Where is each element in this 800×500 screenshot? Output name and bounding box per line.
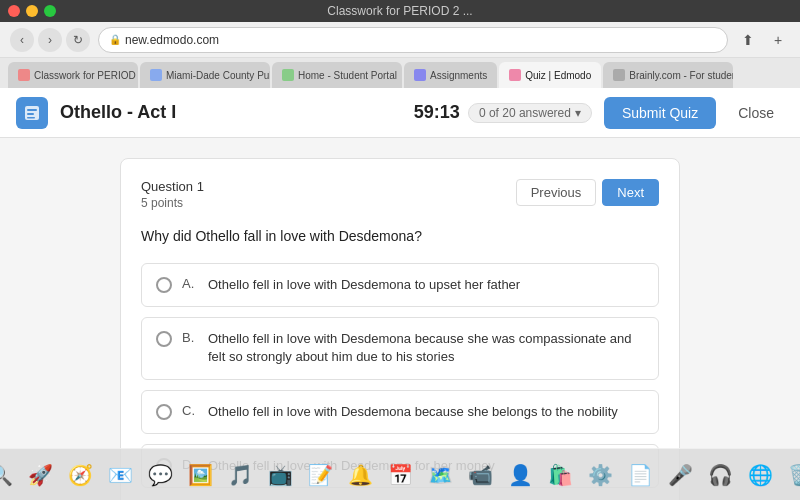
tab-label-miami: Miami-Dade County Public Sch... [166,70,270,81]
lock-icon: 🔒 [109,34,121,45]
tab-favicon-home [282,69,294,81]
option-text-c: Othello fell in love with Desdemona beca… [208,403,618,421]
tab-classwork[interactable]: Classwork for PERIOD 2 [8,62,138,88]
answer-option-a[interactable]: A. Othello fell in love with Desdemona t… [141,263,659,307]
forward-button[interactable]: › [38,28,62,52]
dock-settings[interactable]: ⚙️ [582,457,618,493]
back-button[interactable]: ‹ [10,28,34,52]
dock-mail[interactable]: 📧 [102,457,138,493]
question-text: Why did Othello fall in love with Desdem… [141,226,659,247]
address-text: new.edmodo.com [125,33,219,47]
svg-rect-1 [27,109,37,111]
chevron-down-icon: ▾ [575,106,581,120]
tab-label-quiz: Quiz | Edmodo [525,70,591,81]
tab-brainly[interactable]: Brainly.com - For students. By... [603,62,733,88]
dock: 🔍 🚀 🧭 📧 💬 🖼️ 🎵 📺 📝 🔔 📅 🗺️ 📹 👤 🛍️ ⚙️ 📄 🎤 … [0,448,800,500]
title-bar: Classwork for PERIOD 2 ... [0,0,800,22]
dock-finder[interactable]: 🔍 [0,457,18,493]
tab-label-classwork: Classwork for PERIOD 2 [34,70,138,81]
dock-word[interactable]: 📄 [622,457,658,493]
tab-favicon-brainly [613,69,625,81]
minimize-window-button[interactable] [26,5,38,17]
option-text-a: Othello fell in love with Desdemona to u… [208,276,520,294]
nav-buttons-group: ‹ › ↻ [10,28,90,52]
dock-launchpad[interactable]: 🚀 [22,457,58,493]
tab-favicon-classwork [18,69,30,81]
question-number: Question 1 [141,179,204,194]
dock-notes[interactable]: 📝 [302,457,338,493]
option-letter-c: C. [182,403,198,418]
close-window-button[interactable] [8,5,20,17]
answered-text: 0 of 20 answered [479,106,571,120]
tab-bar: Classwork for PERIOD 2 Miami-Dade County… [0,58,800,88]
browser-actions: ⬆ + [736,28,790,52]
dock-maps[interactable]: 🗺️ [422,457,458,493]
tab-favicon-quiz [509,69,521,81]
tab-label-home: Home - Student Portal [298,70,397,81]
question-nav: Question 1 5 points Previous Next [141,179,659,210]
share-button[interactable]: ⬆ [736,28,760,52]
traffic-lights [8,5,56,17]
option-letter-b: B. [182,330,198,345]
dock-messages[interactable]: 💬 [142,457,178,493]
dock-appstore[interactable]: 🛍️ [542,457,578,493]
dock-calendar[interactable]: 📅 [382,457,418,493]
window-title: Classwork for PERIOD 2 ... [327,4,472,18]
tab-label-assignments: Assignments [430,70,487,81]
svg-rect-3 [27,117,35,119]
tab-favicon-assignments [414,69,426,81]
maximize-window-button[interactable] [44,5,56,17]
dock-reminders[interactable]: 🔔 [342,457,378,493]
previous-button[interactable]: Previous [516,179,597,206]
radio-a[interactable] [156,277,172,293]
dock-trash[interactable]: 🗑️ [782,457,800,493]
quiz-logo [16,97,48,129]
submit-quiz-button[interactable]: Submit Quiz [604,97,716,129]
close-quiz-button[interactable]: Close [728,99,784,127]
dock-spotify[interactable]: 🎧 [702,457,738,493]
answer-option-b[interactable]: B. Othello fell in love with Desdemona b… [141,317,659,379]
dock-facetime[interactable]: 📹 [462,457,498,493]
address-bar[interactable]: 🔒 new.edmodo.com [98,27,728,53]
timer-group: 59:13 0 of 20 answered ▾ [414,102,592,123]
browser-chrome: ‹ › ↻ 🔒 new.edmodo.com ⬆ + [0,22,800,58]
dock-safari[interactable]: 🧭 [62,457,98,493]
option-letter-a: A. [182,276,198,291]
dock-music[interactable]: 🎵 [222,457,258,493]
option-text-b: Othello fell in love with Desdemona beca… [208,330,644,366]
answer-option-c[interactable]: C. Othello fell in love with Desdemona b… [141,390,659,434]
refresh-button[interactable]: ↻ [66,28,90,52]
quiz-title: Othello - Act I [60,102,402,123]
dock-zoom[interactable]: 🎤 [662,457,698,493]
question-nav-buttons: Previous Next [516,179,659,206]
dock-tv[interactable]: 📺 [262,457,298,493]
answered-badge[interactable]: 0 of 20 answered ▾ [468,103,592,123]
page-content: Othello - Act I 59:13 0 of 20 answered ▾… [0,88,800,500]
quiz-timer: 59:13 [414,102,460,123]
tab-home[interactable]: Home - Student Portal [272,62,402,88]
tab-assignments[interactable]: Assignments [404,62,497,88]
dock-contacts[interactable]: 👤 [502,457,538,493]
svg-rect-2 [27,113,34,115]
question-points: 5 points [141,196,204,210]
dock-chrome[interactable]: 🌐 [742,457,778,493]
quiz-header: Othello - Act I 59:13 0 of 20 answered ▾… [0,88,800,138]
quiz-body: Question 1 5 points Previous Next Why di… [0,138,800,500]
tab-miami[interactable]: Miami-Dade County Public Sch... [140,62,270,88]
tab-favicon-miami [150,69,162,81]
dock-photos[interactable]: 🖼️ [182,457,218,493]
tab-quiz[interactable]: Quiz | Edmodo [499,62,601,88]
radio-c[interactable] [156,404,172,420]
next-button[interactable]: Next [602,179,659,206]
question-meta: Question 1 5 points [141,179,204,210]
radio-b[interactable] [156,331,172,347]
bookmark-button[interactable]: + [766,28,790,52]
tab-label-brainly: Brainly.com - For students. By... [629,70,733,81]
